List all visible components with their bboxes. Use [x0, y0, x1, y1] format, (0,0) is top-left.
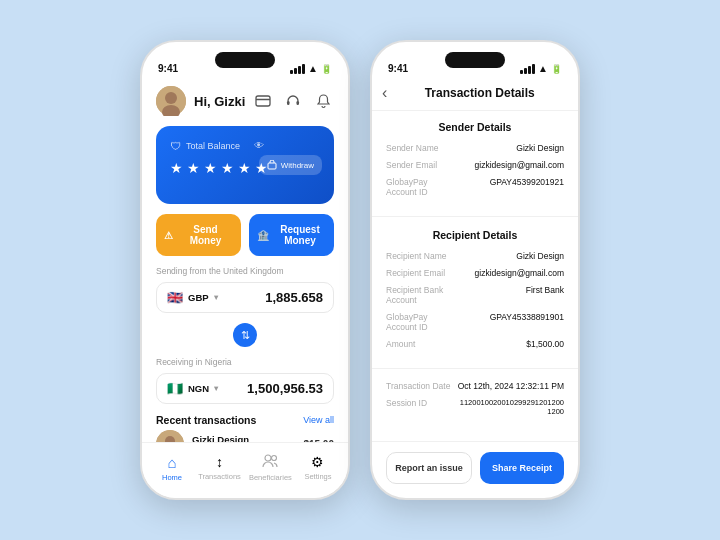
recipient-account-row: GlobayPay Account ID GPAY45338891901	[386, 312, 564, 332]
back-button[interactable]: ‹	[382, 84, 387, 102]
txn-detail-title: Transaction Details	[395, 86, 564, 100]
svg-rect-3	[256, 96, 270, 106]
recipient-name-value: Gizki Design	[457, 251, 564, 261]
battery-icon: 🔋	[321, 64, 332, 74]
request-money-button[interactable]: 🏦 Request Money	[249, 214, 334, 256]
right-phone: 9:41 ▲ 🔋 ‹ Transaction Details	[370, 40, 580, 500]
wifi-icon: ▲	[308, 63, 318, 74]
amount-gbp: 1,885.658	[265, 290, 323, 305]
swap-section: ⇅	[156, 323, 334, 347]
txn-name: Gizki Design	[192, 434, 292, 442]
section-divider-1	[372, 216, 578, 217]
sender-name-value: Gizki Design	[457, 143, 564, 153]
currency-from-section: Sending from the United Kingdom 🇬🇧 GBP ▾…	[156, 266, 334, 313]
send-money-button[interactable]: ⚠ Send Money	[156, 214, 241, 256]
time-right: 9:41	[388, 63, 408, 74]
transaction-item: ! Gizki Design 09 Oct, 2024 10:24 AM -$1…	[156, 426, 334, 442]
recipient-email-row: Recipient Email gizkidesign@gmail.com	[386, 268, 564, 278]
withdraw-button[interactable]: Withdraw	[259, 155, 322, 175]
status-icons-left: ▲ 🔋	[290, 63, 332, 74]
left-phone: 9:41 ▲ 🔋	[140, 40, 350, 500]
recipient-email-key: Recipient Email	[386, 268, 457, 278]
battery-icon-right: 🔋	[551, 64, 562, 74]
session-id-key: Session ID	[386, 398, 457, 408]
eye-icon[interactable]: 👁	[254, 140, 264, 151]
recipient-account-value: GPAY45338891901	[457, 312, 564, 322]
recipient-bank-row: Recipient Bank Account First Bank	[386, 285, 564, 305]
session-id-value: 11200100200102992912012001200	[457, 398, 564, 416]
sender-email-value: gizkidesign@gmail.com	[457, 160, 564, 170]
amount-ngn: 1,500,956.53	[247, 381, 323, 396]
svg-rect-5	[287, 101, 290, 105]
currency-to-section: Receiving in Nigeria 🇳🇬 NGN ▾ 1,500,956.…	[156, 357, 334, 404]
wifi-icon-right: ▲	[538, 63, 548, 74]
recipient-section: Recipient Details Recipient Name Gizki D…	[372, 219, 578, 366]
svg-point-1	[165, 92, 177, 104]
amount-row: Amount $1,500.00	[386, 339, 564, 349]
sender-name-key: Sender Name	[386, 143, 457, 153]
recipient-name-key: Recipient Name	[386, 251, 457, 261]
flag-ngn: 🇳🇬	[167, 381, 183, 396]
card-icon[interactable]	[252, 90, 274, 112]
home-label: Home	[162, 473, 182, 482]
recent-section: Recent transactions View all !	[156, 414, 334, 442]
headset-icon[interactable]	[282, 90, 304, 112]
recipient-name-row: Recipient Name Gizki Design	[386, 251, 564, 261]
currency-from-selector[interactable]: 🇬🇧 GBP ▾	[167, 290, 218, 305]
nav-home[interactable]: ⌂ Home	[154, 454, 190, 482]
sender-heading: Sender Details	[386, 121, 564, 133]
recent-title: Recent transactions	[156, 414, 256, 426]
transactions-icon: ↕	[216, 454, 223, 470]
report-issue-button[interactable]: Report an issue	[386, 452, 472, 484]
txn-date-value: Oct 12th, 2024 12:32:11 PM	[457, 381, 564, 391]
swap-button[interactable]: ⇅	[233, 323, 257, 347]
recipient-email-value: gizkidesign@gmail.com	[457, 268, 564, 278]
bell-icon[interactable]	[312, 90, 334, 112]
balance-label: 🛡 Total Balance	[170, 140, 320, 152]
recipient-account-key: GlobayPay Account ID	[386, 312, 457, 332]
view-all-link[interactable]: View all	[303, 415, 334, 425]
time-left: 9:41	[158, 63, 178, 74]
nav-beneficiaries[interactable]: Beneficiaries	[249, 454, 292, 482]
signal-bars-right	[520, 64, 535, 74]
shield-icon: 🛡	[170, 140, 181, 152]
flag-gbp: 🇬🇧	[167, 290, 183, 305]
recipient-bank-key: Recipient Bank Account	[386, 285, 457, 305]
recipient-bank-value: First Bank	[457, 285, 564, 295]
dynamic-island	[215, 52, 275, 68]
status-icons-right: ▲ 🔋	[520, 63, 562, 74]
warning-icon: ⚠	[164, 230, 173, 241]
svg-rect-7	[268, 163, 276, 169]
sending-label: Sending from the United Kingdom	[156, 266, 334, 276]
code-gbp: GBP	[188, 292, 209, 303]
nav-transactions[interactable]: ↕ Transactions	[198, 454, 241, 481]
sender-section: Sender Details Sender Name Gizki Design …	[372, 111, 578, 214]
beneficiaries-icon	[262, 454, 278, 471]
left-content-area: Hi, Gizki	[142, 78, 348, 442]
share-receipt-button[interactable]: Share Receipt	[480, 452, 564, 484]
settings-icon: ⚙	[311, 454, 324, 470]
svg-rect-6	[297, 101, 300, 105]
vault-icon: 🏦	[257, 230, 269, 241]
txn-date-key: Transaction Date	[386, 381, 457, 391]
beneficiaries-label: Beneficiaries	[249, 473, 292, 482]
txn-avatar: !	[156, 430, 184, 442]
svg-point-11	[265, 455, 271, 461]
sender-account-value: GPAY45399201921	[457, 177, 564, 187]
right-content-scroll: Sender Details Sender Name Gizki Design …	[372, 111, 578, 441]
transactions-label: Transactions	[198, 472, 241, 481]
currency-from-row: 🇬🇧 GBP ▾ 1,885.658	[156, 282, 334, 313]
sender-account-row: GlobayPay Account ID GPAY45399201921	[386, 177, 564, 197]
svg-point-12	[272, 455, 277, 460]
amount-value: $1,500.00	[457, 339, 564, 349]
meta-section: Transaction Date Oct 12th, 2024 12:32:11…	[372, 371, 578, 433]
session-id-row: Session ID 11200100200102992912012001200	[386, 398, 564, 416]
receiving-label: Receiving in Nigeria	[156, 357, 334, 367]
avatar	[156, 86, 186, 116]
currency-to-selector[interactable]: 🇳🇬 NGN ▾	[167, 381, 218, 396]
recipient-heading: Recipient Details	[386, 229, 564, 241]
sender-account-key: GlobayPay Account ID	[386, 177, 457, 197]
dynamic-island-right	[445, 52, 505, 68]
chevron-down-icon-ngn: ▾	[214, 384, 218, 393]
nav-settings[interactable]: ⚙ Settings	[300, 454, 336, 481]
